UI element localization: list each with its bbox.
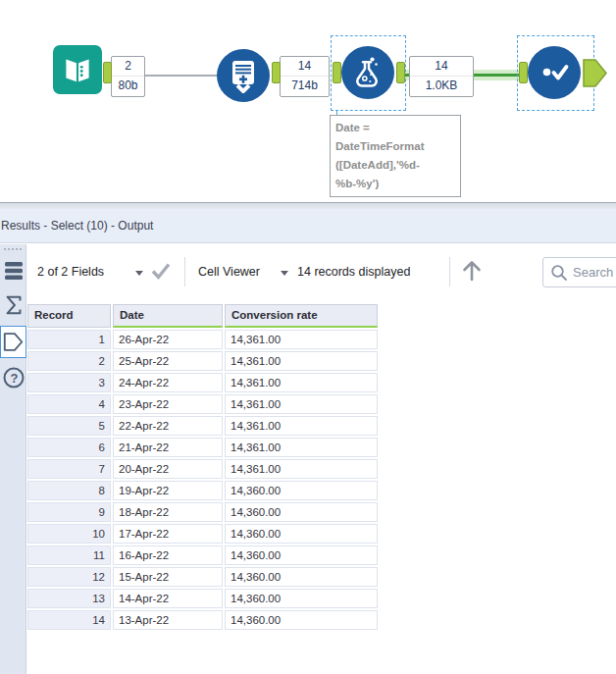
- rate-cell[interactable]: 14,361.00: [225, 459, 378, 479]
- annotation-line: %b-%y'): [335, 175, 455, 193]
- date-cell[interactable]: 17-Apr-22: [113, 524, 223, 544]
- input-data-book-icon: [59, 51, 96, 88]
- table-row: 1413-Apr-2214,360.00: [27, 610, 381, 630]
- rate-cell[interactable]: 14,360.00: [225, 567, 378, 587]
- record-cell[interactable]: 14: [27, 610, 111, 630]
- table-row: 720-Apr-2214,361.00: [27, 459, 381, 479]
- annotation-line: Date =: [335, 119, 455, 137]
- table-row: 324-Apr-2214,361.00: [27, 373, 381, 392]
- date-cell[interactable]: 13-Apr-22: [113, 610, 223, 630]
- date-cell[interactable]: 19-Apr-22: [113, 481, 223, 500]
- sidebar-metadata-view-button[interactable]: [2, 291, 26, 319]
- record-cell[interactable]: 1: [27, 330, 111, 349]
- search-icon: [550, 264, 568, 282]
- generate-rows-tool[interactable]: [217, 49, 270, 102]
- alteryx-window: 2 80b 14 714b: [0, 0, 616, 674]
- table-row: 522-Apr-2214,361.00: [27, 416, 381, 436]
- date-cell[interactable]: 24-Apr-22: [113, 373, 223, 392]
- record-cell[interactable]: 8: [27, 481, 111, 500]
- generate-rows-output-anchor[interactable]: [272, 62, 281, 83]
- formula-output-anchor[interactable]: [396, 62, 405, 83]
- record-cell[interactable]: 10: [27, 524, 111, 544]
- column-header-date[interactable]: Date: [113, 304, 223, 328]
- table-header-row: RecordDateConversion rate: [27, 304, 381, 328]
- column-header-conversion-rate[interactable]: Conversion rate: [225, 304, 378, 328]
- date-cell[interactable]: 23-Apr-22: [113, 394, 223, 414]
- rate-cell[interactable]: 14,360.00: [225, 524, 378, 544]
- select-input-anchor[interactable]: [519, 62, 528, 83]
- apply-check-icon[interactable]: [150, 261, 172, 281]
- record-cell[interactable]: 13: [27, 589, 111, 608]
- formula-annotation[interactable]: Date = DateTimeFormat ([DateAdd],'%d- %b…: [330, 115, 461, 197]
- column-header-record[interactable]: Record: [27, 304, 111, 328]
- input-data-tool[interactable]: [53, 45, 102, 94]
- record-cell[interactable]: 6: [27, 438, 111, 457]
- sidebar-connection-view-button[interactable]: [0, 326, 26, 358]
- date-cell[interactable]: 21-Apr-22: [113, 438, 223, 457]
- sidebar-help-button[interactable]: ?: [2, 364, 26, 391]
- sidebar-table-view-button[interactable]: [2, 257, 26, 285]
- sidebar-grip-handle[interactable]: [4, 248, 22, 250]
- select-output-anchor[interactable]: [583, 59, 608, 88]
- table-row: 819-Apr-2214,360.00: [27, 481, 381, 500]
- rate-cell[interactable]: 14,361.00: [225, 373, 378, 392]
- results-table[interactable]: RecordDateConversion rate126-Apr-2214,36…: [27, 304, 381, 632]
- table-row: 126-Apr-2214,361.00: [27, 330, 381, 349]
- date-cell[interactable]: 16-Apr-22: [113, 545, 223, 565]
- workflow-canvas[interactable]: 2 80b 14 714b: [0, 0, 616, 202]
- record-count: 14: [410, 57, 473, 76]
- record-cell[interactable]: 11: [27, 545, 111, 565]
- fields-dropdown-caret-icon[interactable]: [135, 271, 143, 276]
- record-cell[interactable]: 2: [27, 351, 111, 371]
- date-cell[interactable]: 25-Apr-22: [113, 351, 223, 371]
- generate-rows-icon: [226, 58, 261, 93]
- upload-arrow-button[interactable]: [459, 257, 485, 285]
- cell-viewer-caret-icon[interactable]: [281, 271, 288, 276]
- record-cell[interactable]: 9: [27, 502, 111, 522]
- record-cell[interactable]: 5: [27, 416, 111, 436]
- record-cell[interactable]: 12: [27, 567, 111, 587]
- annotation-line: ([DateAdd],'%d-: [335, 156, 455, 175]
- record-size: 714b: [281, 76, 329, 94]
- select-check-icon: [537, 55, 572, 90]
- formula-tool[interactable]: [341, 46, 394, 99]
- record-cell[interactable]: 7: [27, 459, 111, 479]
- rate-cell[interactable]: 14,361.00: [225, 438, 378, 457]
- formula-input-anchor[interactable]: [333, 62, 341, 83]
- toolbar-divider: [184, 257, 185, 286]
- rate-cell[interactable]: 14,360.00: [225, 545, 378, 565]
- table-row: 918-Apr-2214,360.00: [27, 502, 381, 522]
- rate-cell[interactable]: 14,361.00: [225, 416, 378, 436]
- input-data-output-anchor[interactable]: [103, 62, 112, 83]
- table-row: 1116-Apr-2214,360.00: [27, 545, 381, 565]
- date-cell[interactable]: 26-Apr-22: [113, 330, 223, 349]
- rate-cell[interactable]: 14,360.00: [225, 502, 378, 522]
- date-cell[interactable]: 20-Apr-22: [113, 459, 223, 479]
- record-cell[interactable]: 3: [27, 373, 111, 392]
- connection-tag-icon: [2, 330, 26, 354]
- toolbar-divider: [449, 257, 450, 286]
- date-cell[interactable]: 22-Apr-22: [113, 416, 223, 436]
- rate-cell[interactable]: 14,360.00: [225, 610, 378, 630]
- fields-dropdown[interactable]: 2 of 2 Fields: [37, 265, 104, 279]
- rate-cell[interactable]: 14,360.00: [225, 481, 378, 500]
- connection-input-to-generaterows[interactable]: [145, 75, 228, 77]
- record-size: 1.0KB: [410, 76, 473, 94]
- table-row: 1215-Apr-2214,360.00: [27, 567, 381, 587]
- select-tool[interactable]: [528, 46, 581, 99]
- rate-cell[interactable]: 14,360.00: [225, 589, 378, 608]
- rate-cell[interactable]: 14,361.00: [225, 351, 378, 371]
- sigma-icon: [2, 292, 26, 318]
- record-count: 14: [281, 57, 329, 76]
- record-cell[interactable]: 4: [27, 394, 111, 414]
- table-rows-icon: [3, 260, 25, 282]
- table-row: 225-Apr-2214,361.00: [27, 351, 381, 371]
- date-cell[interactable]: 14-Apr-22: [113, 589, 223, 608]
- rate-cell[interactable]: 14,361.00: [225, 330, 378, 349]
- annotation-line: DateTimeFormat: [335, 137, 455, 156]
- date-cell[interactable]: 18-Apr-22: [113, 502, 223, 522]
- help-icon: ?: [2, 366, 26, 389]
- cell-viewer-dropdown[interactable]: Cell Viewer: [198, 265, 260, 279]
- rate-cell[interactable]: 14,361.00: [225, 394, 378, 414]
- date-cell[interactable]: 15-Apr-22: [113, 567, 223, 587]
